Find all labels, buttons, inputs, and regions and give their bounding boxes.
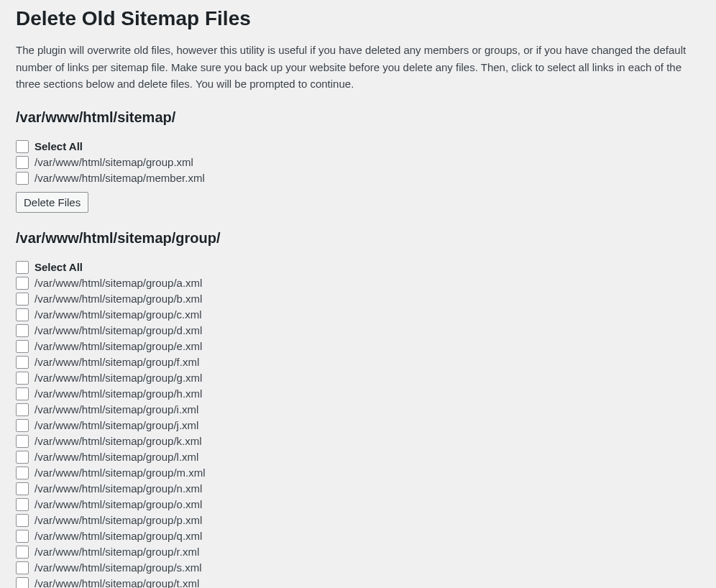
file-path-label: /var/www/html/sitemap/group/t.xml (35, 576, 199, 588)
file-checkbox[interactable] (16, 324, 29, 337)
file-checkbox[interactable] (16, 435, 29, 448)
file-path-label: /var/www/html/sitemap/group/d.xml (35, 323, 202, 339)
file-checkbox[interactable] (16, 277, 29, 290)
file-path-label: /var/www/html/sitemap/group/i.xml (35, 402, 198, 418)
file-path-label: /var/www/html/sitemap/group/e.xml (35, 339, 202, 354)
file-path-label: /var/www/html/sitemap/group/s.xml (35, 560, 202, 576)
file-path-label: /var/www/html/sitemap/group/h.xml (35, 386, 202, 402)
file-path-label: /var/www/html/sitemap/group/a.xml (35, 275, 202, 291)
file-checkbox[interactable] (16, 467, 29, 479)
page-description: The plugin will overwrite old files, how… (16, 42, 700, 92)
file-checkbox[interactable] (16, 514, 29, 527)
file-checkbox[interactable] (16, 561, 29, 574)
file-checkbox[interactable] (16, 156, 29, 169)
file-checkbox[interactable] (16, 372, 29, 385)
delete-files-button[interactable]: Delete Files (16, 192, 88, 213)
file-checkbox[interactable] (16, 403, 29, 416)
file-path-label: /var/www/html/sitemap/group/p.xml (35, 513, 202, 528)
file-path-label: /var/www/html/sitemap/member.xml (35, 170, 205, 186)
file-checkbox[interactable] (16, 530, 29, 543)
file-checkbox[interactable] (16, 482, 29, 495)
file-checkbox[interactable] (16, 356, 29, 369)
file-path-label: /var/www/html/sitemap/group/f.xml (35, 354, 199, 370)
file-checkbox[interactable] (16, 451, 29, 464)
file-path-label: /var/www/html/sitemap/group/o.xml (35, 497, 202, 513)
file-path-label: /var/www/html/sitemap/group/k.xml (35, 433, 202, 449)
file-checkbox[interactable] (16, 172, 29, 185)
select-all-checkbox[interactable] (16, 140, 29, 153)
file-checkbox[interactable] (16, 498, 29, 511)
file-path-label: /var/www/html/sitemap/group/m.xml (35, 465, 206, 481)
file-path-label: /var/www/html/sitemap/group.xml (35, 155, 193, 170)
page-title: Delete Old Sitemap Files (16, 6, 700, 32)
file-path-label: /var/www/html/sitemap/group/q.xml (35, 528, 202, 544)
file-path-label: /var/www/html/sitemap/group/b.xml (35, 291, 202, 307)
file-path-label: /var/www/html/sitemap/group/j.xml (35, 418, 198, 433)
file-checkbox[interactable] (16, 387, 29, 400)
section-path-heading: /var/www/html/sitemap/ (16, 109, 700, 126)
file-checkbox[interactable] (16, 419, 29, 432)
file-checkbox[interactable] (16, 546, 29, 559)
file-path-label: /var/www/html/sitemap/group/r.xml (35, 544, 199, 560)
file-path-label: /var/www/html/sitemap/group/g.xml (35, 370, 202, 386)
select-all-label: Select All (35, 139, 83, 155)
select-all-label: Select All (35, 259, 83, 275)
file-checkbox[interactable] (16, 308, 29, 321)
file-path-label: /var/www/html/sitemap/group/l.xml (35, 449, 198, 465)
file-path-label: /var/www/html/sitemap/group/c.xml (35, 307, 202, 323)
select-all-checkbox[interactable] (16, 261, 29, 274)
file-checkbox[interactable] (16, 340, 29, 353)
file-checkbox[interactable] (16, 293, 29, 306)
section-path-heading: /var/www/html/sitemap/group/ (16, 230, 700, 247)
file-path-label: /var/www/html/sitemap/group/n.xml (35, 481, 202, 497)
file-checkbox[interactable] (16, 577, 29, 588)
